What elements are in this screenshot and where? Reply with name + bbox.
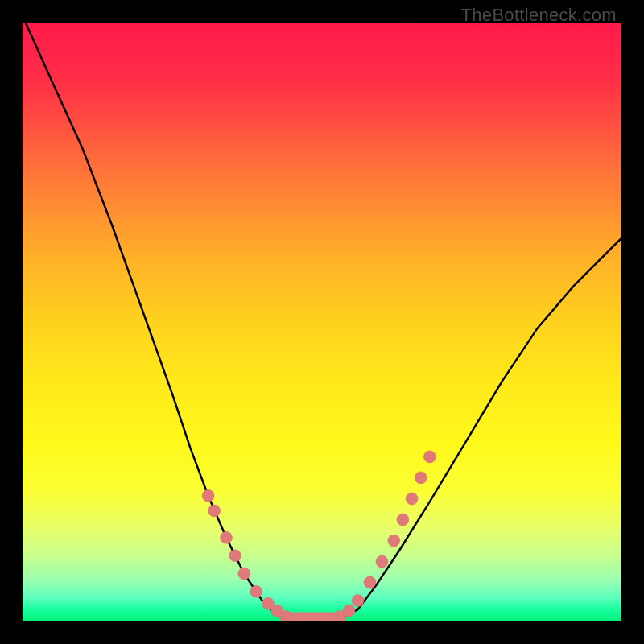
curve-marker [221,531,233,543]
curve-marker [376,555,388,568]
curve-marker [238,568,250,580]
curve-marker [280,611,292,622]
curve-left [26,23,287,618]
curve-marker [364,576,376,588]
curve-marker [202,489,214,502]
curve-marker [208,505,221,517]
chart-frame: TheBottleneck.com [0,0,644,644]
curve-marker [415,472,427,484]
markers-left-cluster [202,489,292,621]
curve-marker [388,535,400,547]
curve-marker [352,595,364,607]
plot-area [23,23,621,621]
curve-marker [423,451,436,463]
watermark-text: TheBottleneck.com [461,5,617,26]
curve-marker [343,605,355,617]
markers-right-cluster [334,451,436,621]
curve-marker [406,493,418,505]
curve-marker [229,550,242,562]
curve-marker [250,585,262,597]
curve-marker [397,514,409,526]
chart-svg [23,23,621,621]
